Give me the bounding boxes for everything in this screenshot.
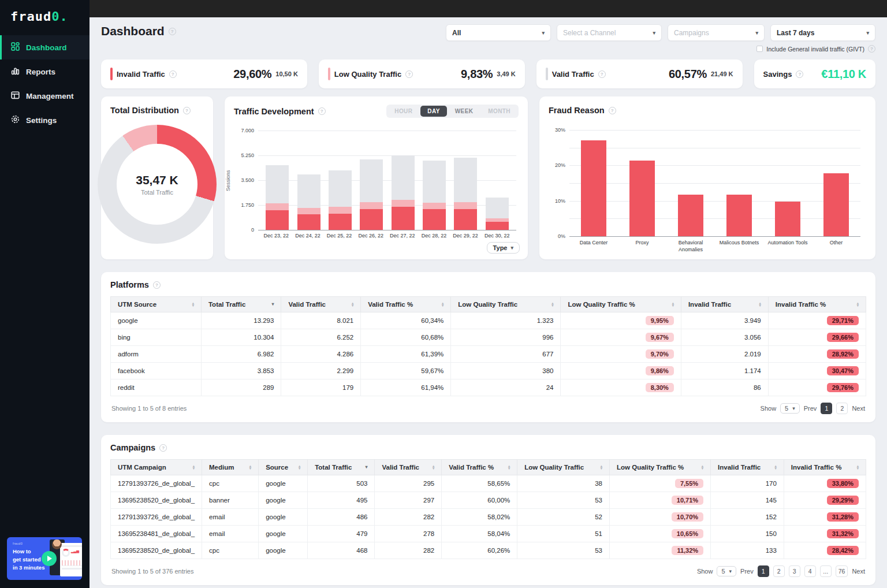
page-button[interactable]: 2 — [836, 403, 848, 414]
sidebar-item-reports[interactable]: Reports — [0, 59, 90, 84]
filter-select-2[interactable]: Campaigns▾ — [668, 24, 765, 41]
column-header[interactable]: Source▴▾ — [259, 460, 308, 475]
table-cell: 996 — [451, 329, 561, 346]
table-cell: 31,32% — [784, 526, 866, 542]
column-header[interactable]: Valid Traffic▴▾ — [281, 297, 361, 312]
video-widget[interactable]: fraud0 ▂▃▅ How to get started in 3 minut… — [7, 537, 82, 580]
column-header[interactable]: Invalid Traffic▴▾ — [681, 297, 768, 312]
type-dropdown[interactable]: Type ▾ — [487, 242, 520, 254]
page-button[interactable]: 2 — [773, 565, 785, 577]
column-header-label: Total Traffic — [315, 464, 352, 471]
page-button[interactable]: 1 — [821, 403, 832, 414]
sort-icon: ▴▾ — [352, 302, 353, 307]
page-button[interactable]: 76 — [836, 565, 848, 577]
kpi-label: Savings — [763, 70, 792, 79]
column-header[interactable]: Valid Traffic %▴▾ — [442, 460, 517, 475]
percent-badge: 33,80% — [827, 479, 859, 488]
sidebar-item-dashboard[interactable]: Dashboard — [0, 35, 90, 59]
fraud-bar — [581, 140, 606, 236]
sidebar: fraud0. DashboardReportsManagementSettin… — [0, 0, 90, 588]
table-cell: 11,32% — [610, 542, 711, 559]
givt-checkbox[interactable] — [756, 46, 763, 52]
bar-segment — [297, 174, 320, 209]
filter-select-0[interactable]: All▾ — [446, 24, 551, 41]
bar-segment — [423, 203, 446, 210]
column-header-label: UTM Campaign — [118, 464, 166, 471]
y-tick-label: 1.750 — [241, 202, 254, 208]
filter-select-3[interactable]: Last 7 days▾ — [770, 24, 875, 41]
header-row: Dashboard All▾Select a Channel▾Campaigns… — [90, 17, 887, 55]
column-header[interactable]: Low Quality Traffic %▴▾ — [561, 297, 681, 312]
page-button[interactable]: ... — [820, 565, 832, 577]
prev-button[interactable]: Prev — [740, 568, 754, 575]
bar-segment — [486, 222, 509, 230]
table-cell: 282 — [375, 509, 442, 526]
platforms-table: UTM Source▴▾Total Traffic▾Valid Traffic▴… — [110, 296, 866, 396]
page-button[interactable]: 1 — [758, 565, 769, 577]
column-header[interactable]: Invalid Traffic %▴▾ — [768, 297, 866, 312]
bar-segment — [329, 170, 352, 207]
column-header[interactable]: Low Quality Traffic %▴▾ — [610, 460, 711, 475]
logo-dot: . — [59, 9, 68, 24]
pagination: Show5▾Prev1234...76Next — [697, 565, 865, 577]
table-header-row: UTM Source▴▾Total Traffic▾Valid Traffic▴… — [111, 297, 866, 312]
x-tick-label: Data Center — [569, 239, 618, 253]
page-button[interactable]: 4 — [804, 565, 816, 577]
x-tick-label: Other — [812, 239, 860, 253]
sidebar-item-settings[interactable]: Settings — [0, 108, 90, 132]
column-header[interactable]: Total Traffic▾ — [308, 460, 375, 475]
show-label: Show — [761, 405, 777, 412]
column-header[interactable]: Low Quality Traffic▴▾ — [517, 460, 610, 475]
column-header[interactable]: Valid Traffic▴▾ — [375, 460, 442, 475]
page-size-select[interactable]: 5▾ — [717, 566, 736, 576]
sort-icon: ▴▾ — [551, 302, 553, 307]
column-header[interactable]: Low Quality Traffic▴▾ — [451, 297, 561, 312]
column-header[interactable]: Invalid Traffic▴▾ — [711, 460, 784, 475]
traffic-bar — [392, 131, 415, 230]
table-cell: 3.056 — [681, 329, 768, 346]
bar-segment — [360, 159, 383, 202]
table-cell: 61,94% — [361, 379, 451, 396]
table-cell: 4.286 — [281, 346, 361, 363]
toggle-month[interactable]: MONTH — [481, 106, 517, 117]
column-header[interactable]: Valid Traffic %▴▾ — [361, 297, 451, 312]
table-cell: 479 — [308, 526, 375, 542]
toggle-week[interactable]: WEEK — [448, 106, 480, 117]
sort-icon: ▴▾ — [249, 465, 251, 470]
next-button[interactable]: Next — [852, 568, 865, 575]
table-cell: 486 — [308, 509, 375, 526]
next-button[interactable]: Next — [852, 405, 865, 412]
toggle-hour[interactable]: HOUR — [387, 106, 419, 117]
table-cell: 13695238481_de_global_ — [111, 526, 202, 542]
percent-badge: 10,70% — [672, 512, 703, 522]
x-tick-label: Dec 24, 22 — [292, 233, 324, 239]
column-header-label: Invalid Traffic % — [776, 301, 826, 308]
filter-select-1[interactable]: Select a Channel▾ — [557, 24, 662, 41]
toggle-day[interactable]: DAY — [420, 106, 446, 117]
column-header[interactable]: Invalid Traffic %▴▾ — [784, 460, 866, 475]
campaigns-card: Campaigns UTM Campaign▴▾Medium▴▾Source▴▾… — [101, 435, 875, 585]
page-size-value: 5 — [785, 405, 788, 412]
page-size-select[interactable]: 5▾ — [780, 403, 800, 414]
logo-text: fraud — [10, 9, 51, 24]
table-cell: 289 — [201, 379, 281, 396]
play-icon[interactable] — [42, 551, 57, 566]
kpi-value: 29,60% — [233, 68, 271, 81]
table-cell: google — [259, 509, 308, 526]
x-tick-label: Dec 25, 22 — [323, 233, 355, 239]
table-cell: 2.299 — [281, 363, 361, 379]
column-header[interactable]: UTM Campaign▴▾ — [111, 460, 202, 475]
main-content: Dashboard All▾Select a Channel▾Campaigns… — [90, 0, 887, 585]
column-header[interactable]: Medium▴▾ — [202, 460, 259, 475]
page-button[interactable]: 3 — [789, 565, 800, 577]
kpi-value: 60,57% — [669, 68, 707, 81]
givt-row: Include General invalid traffic (GIVT) — [756, 45, 875, 53]
column-header[interactable]: UTM Source▴▾ — [111, 297, 202, 312]
sort-icon: ▴▾ — [192, 302, 194, 307]
prev-button[interactable]: Prev — [804, 405, 817, 412]
y-tick-label: 10% — [555, 198, 565, 204]
column-header[interactable]: Total Traffic▾ — [201, 297, 281, 312]
kpi-sub-value: 21,49 K — [711, 70, 733, 77]
table-cell: reddit — [111, 379, 202, 396]
sidebar-item-management[interactable]: Management — [0, 84, 90, 108]
